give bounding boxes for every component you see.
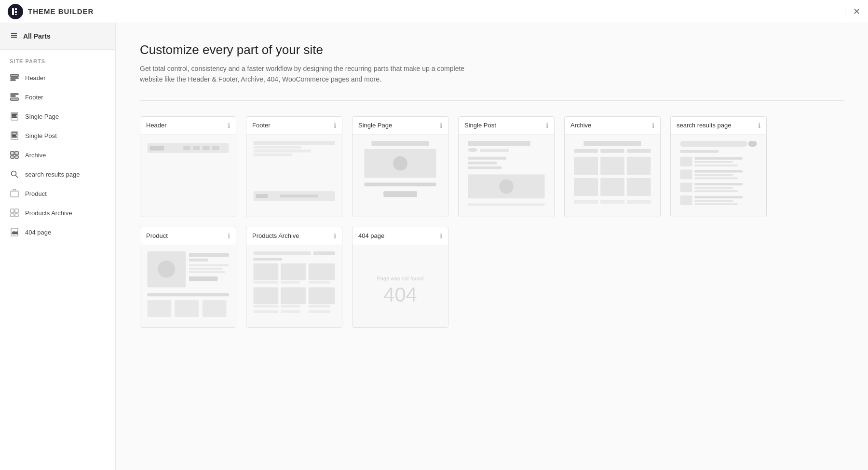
svg-rect-60 — [468, 203, 545, 206]
svg-rect-56 — [468, 161, 497, 164]
svg-rect-72 — [600, 200, 624, 204]
svg-rect-97 — [189, 264, 229, 266]
svg-rect-90 — [694, 196, 742, 198]
svg-rect-121 — [281, 310, 300, 313]
svg-rect-66 — [600, 157, 624, 175]
card-header[interactable]: Header ℹ — [140, 116, 236, 217]
svg-rect-54 — [480, 149, 509, 152]
svg-rect-73 — [627, 200, 651, 204]
card-404-bar: 404 page ℹ — [353, 227, 448, 245]
svg-rect-46 — [280, 194, 318, 197]
card-search-results-bar: search results page ℹ — [671, 117, 766, 135]
svg-rect-9 — [11, 80, 15, 81]
svg-rect-40 — [254, 141, 335, 145]
card-footer-title: Footer — [252, 122, 271, 129]
svg-rect-43 — [254, 153, 292, 156]
svg-rect-96 — [189, 259, 208, 262]
sidebar-item-footer[interactable]: Footer — [0, 87, 115, 107]
svg-rect-37 — [193, 146, 200, 150]
svg-rect-75 — [748, 141, 757, 147]
svg-rect-11 — [11, 96, 15, 97]
svg-rect-98 — [189, 268, 223, 270]
card-footer[interactable]: Footer ℹ — [246, 116, 342, 217]
card-404[interactable]: 404 page ℹ Page was not found 404 — [352, 227, 448, 328]
card-single-post-bar: Single Post ℹ — [459, 117, 554, 135]
close-button[interactable]: ✕ — [853, 6, 860, 17]
svg-rect-8 — [11, 78, 18, 79]
sidebar-item-product[interactable]: Product — [0, 184, 115, 203]
card-header-bar: Header ℹ — [140, 117, 236, 135]
card-search-results-title: search results page — [677, 122, 731, 129]
top-bar: THEME BUILDER ✕ — [0, 0, 868, 23]
card-single-page[interactable]: Single Page ℹ — [352, 116, 448, 217]
svg-rect-95 — [189, 253, 229, 257]
svg-rect-71 — [574, 200, 598, 204]
single-page-icon — [10, 111, 19, 121]
svg-rect-19 — [12, 135, 16, 136]
card-preview-footer — [246, 135, 342, 217]
svg-rect-55 — [468, 157, 506, 160]
info-icon-single-post[interactable]: ℹ — [546, 122, 548, 129]
sidebar-item-single-post[interactable]: Single Post — [0, 126, 115, 145]
svg-rect-80 — [694, 164, 737, 166]
info-icon-header[interactable]: ℹ — [228, 122, 230, 129]
content-divider — [140, 100, 844, 101]
info-icon-archive[interactable]: ℹ — [652, 122, 654, 129]
all-parts-item[interactable]: All Parts — [0, 23, 115, 50]
svg-rect-70 — [627, 178, 651, 196]
svg-rect-84 — [694, 177, 737, 179]
sidebar-item-search[interactable]: search results page — [0, 165, 115, 184]
info-icon-product[interactable]: ℹ — [228, 232, 230, 240]
card-archive-bar: Archive ℹ — [565, 117, 660, 135]
card-product[interactable]: Product ℹ — [140, 227, 236, 328]
sidebar-item-404[interactable]: 404 404 page — [0, 222, 115, 242]
card-footer-bar: Footer ℹ — [246, 117, 342, 135]
top-bar-divider — [845, 6, 845, 17]
svg-rect-7 — [11, 74, 18, 77]
svg-rect-41 — [254, 146, 301, 149]
archive-label: Archive — [25, 152, 46, 159]
card-single-post-title: Single Post — [464, 122, 496, 129]
svg-line-26 — [16, 176, 18, 178]
svg-rect-38 — [203, 146, 210, 150]
svg-rect-27 — [11, 191, 18, 197]
list-icon — [10, 31, 18, 41]
info-icon-404[interactable]: ℹ — [440, 232, 442, 240]
svg-rect-39 — [212, 146, 219, 150]
svg-rect-36 — [183, 146, 190, 150]
svg-rect-23 — [11, 156, 14, 158]
card-products-archive[interactable]: Products Archive ℹ — [246, 227, 342, 328]
svg-rect-65 — [574, 157, 598, 175]
svg-rect-22 — [15, 152, 18, 155]
card-single-post[interactable]: Single Post ℹ — [458, 116, 555, 217]
card-preview-products-archive — [246, 245, 342, 327]
svg-rect-102 — [148, 300, 172, 317]
info-icon-products-archive[interactable]: ℹ — [334, 232, 336, 240]
svg-rect-114 — [254, 287, 279, 304]
info-icon-footer[interactable]: ℹ — [334, 122, 336, 129]
info-icon-search-results[interactable]: ℹ — [758, 122, 760, 129]
svg-rect-107 — [254, 258, 283, 261]
svg-rect-67 — [627, 157, 651, 175]
svg-rect-120 — [254, 310, 279, 313]
card-archive[interactable]: Archive ℹ — [564, 116, 661, 217]
sidebar-item-archive[interactable]: Archive — [0, 145, 115, 165]
svg-rect-21 — [11, 152, 14, 155]
svg-rect-100 — [189, 276, 218, 281]
card-preview-archive — [565, 135, 660, 217]
svg-rect-88 — [694, 190, 737, 192]
svg-rect-42 — [254, 150, 311, 152]
archive-icon — [10, 150, 19, 160]
card-search-results[interactable]: search results page ℹ — [670, 116, 767, 217]
page-title: Customize every part of your site — [140, 42, 844, 57]
footer-label: Footer — [25, 94, 43, 101]
elementor-logo — [8, 4, 23, 19]
info-icon-single-page[interactable]: ℹ — [440, 122, 442, 129]
footer-icon — [10, 92, 19, 102]
svg-text:404: 404 — [12, 231, 18, 235]
svg-rect-16 — [12, 117, 16, 118]
sidebar-item-header[interactable]: Header — [0, 68, 115, 87]
sidebar-item-single-page[interactable]: Single Page — [0, 107, 115, 126]
svg-rect-111 — [254, 281, 279, 283]
sidebar-item-products-archive[interactable]: Products Archive — [0, 203, 115, 222]
